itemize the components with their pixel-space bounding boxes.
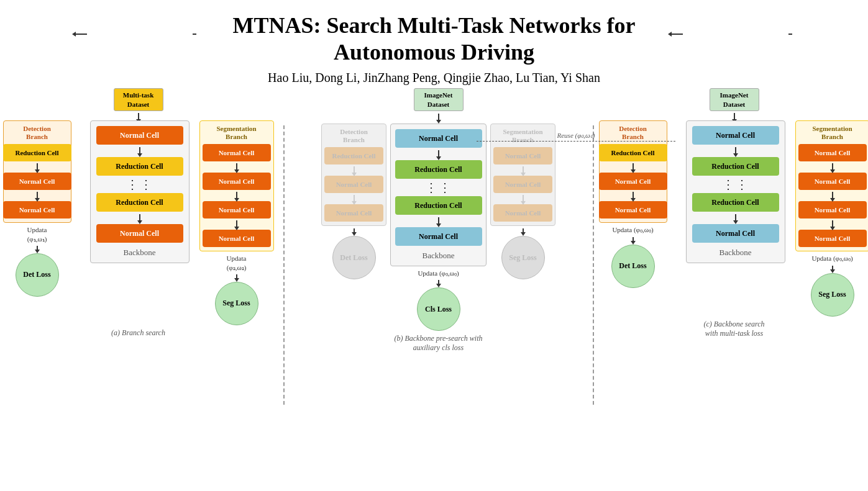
cls-loss-b: Cls Loss — [417, 287, 460, 331]
normal-cell-backbone-a-2: Normal Cell — [96, 224, 183, 243]
det-loss-c: Det Loss — [611, 245, 655, 288]
detection-branch-a: DetectionBranch Reduction Cell Normal Ce… — [3, 120, 71, 297]
backbone-a: Normal Cell Reduction Cell ⋮⋮ Reduction … — [90, 120, 190, 263]
normal-cell-b-1: Normal Cell — [395, 129, 482, 148]
diagram-area: Multi-task Dataset DetectionBranch Reduc… — [12, 88, 856, 405]
reduction-cell-backbone-a-1: Reduction Cell — [96, 157, 183, 176]
reuse-label: Reuse (φ₀,ω₀) — [557, 132, 595, 140]
normal-cell-seg-a-2: Normal Cell — [203, 173, 271, 190]
dataset-label-c: ImageNet Dataset — [710, 88, 759, 111]
arrow-dataset-to-backbone-a — [138, 113, 139, 120]
divider-bc — [593, 125, 594, 405]
reduction-cell-backbone-a-2: Reduction Cell — [96, 193, 183, 212]
divider-ab — [283, 125, 285, 405]
normal-cell-seg-c-1: Normal Cell — [798, 144, 867, 161]
backbone-box-c: Normal Cell Reduction Cell ⋮⋮ Reduction … — [686, 120, 785, 263]
reduction-cell-c-1: Reduction Cell — [692, 157, 779, 176]
detection-branch-title-a: DetectionBranch — [23, 125, 51, 141]
backbone-c: Normal Cell Reduction Cell ⋮⋮ Reduction … — [686, 120, 785, 263]
backbone-label-c: Backbone — [720, 248, 752, 258]
arrow-a — [37, 163, 38, 171]
backbone-label-a: Backbone — [124, 248, 156, 258]
seg-loss-b-left: Seg Loss — [501, 236, 545, 279]
normal-cell-seg-a-4: Normal Cell — [203, 230, 271, 247]
update-det-c: Updata (φ₀,ω₀) — [612, 225, 653, 234]
segmentation-branch-a: SegmentationBranch Normal Cell Normal Ce… — [199, 120, 274, 325]
seg-branch-b-faded: SegmentationBranch Normal Cell Normal Ce… — [490, 124, 555, 279]
section-a: Multi-task Dataset DetectionBranch Reduc… — [0, 88, 281, 338]
section-c: ImageNet Dataset DetectionBranch Reducti… — [596, 88, 869, 338]
backbone-label-b: Backbone — [423, 251, 455, 261]
detection-branch-c: DetectionBranch Reduction Cell Normal Ce… — [599, 120, 667, 288]
backbone-b-active: ImageNet Dataset DetectionBranch Reducti… — [321, 88, 555, 331]
segmentation-branch-c: SegmentationBranch Normal Cell Normal Ce… — [795, 120, 869, 317]
sec-b-row: DetectionBranch Reduction Cell Normal Ce… — [321, 124, 555, 331]
normal-cell-det-a-3: Normal Cell — [3, 201, 71, 218]
main-title: MTNAS: Search Multi-Task Networks for Au… — [12, 12, 856, 66]
update-label-det-a: Updata (φ₁,ω₁) — [27, 225, 47, 243]
det-loss-a: Det Loss — [16, 253, 59, 297]
segmentation-branch-title-a: SegmentationBranch — [216, 125, 256, 141]
arrow-b — [37, 192, 38, 199]
normal-cell-backbone-a-1: Normal Cell — [96, 126, 183, 145]
normal-cell-seg-a-1: Normal Cell — [203, 144, 271, 161]
normal-cell-det-a-2: Normal Cell — [3, 173, 71, 190]
dataset-label-a: Multi-task Dataset — [114, 88, 163, 111]
segmentation-branch-box-a: SegmentationBranch Normal Cell Normal Ce… — [199, 120, 274, 251]
caption-b: (b) Backbone pre-search with auxiliary c… — [290, 334, 588, 353]
reduction-cell-det-c-1: Reduction Cell — [599, 144, 667, 161]
section-c-main-row: DetectionBranch Reduction Cell Normal Ce… — [599, 120, 869, 317]
segmentation-branch-box-c: SegmentationBranch Normal Cell Normal Ce… — [795, 120, 869, 251]
normal-cell-det-c-2: Normal Cell — [599, 201, 667, 218]
update-seg-c: Updata (φ₀,ω₀) — [811, 254, 852, 263]
detection-branch-box-a: DetectionBranch Reduction Cell Normal Ce… — [3, 120, 71, 223]
normal-cell-det-c-1: Normal Cell — [599, 173, 667, 190]
normal-cell-seg-a-3: Normal Cell — [203, 201, 271, 218]
caption-a: (a) Branch search — [0, 328, 278, 338]
reduction-cell-c-2: Reduction Cell — [692, 193, 779, 212]
arrow-backbone-to-det-a — [75, 34, 87, 35]
backbone-box-a: Normal Cell Reduction Cell ⋮⋮ Reduction … — [90, 120, 190, 263]
update-cls-b: Updata (φ₀,ω₀) — [418, 269, 459, 277]
section-a-main-row: DetectionBranch Reduction Cell Normal Ce… — [3, 120, 274, 325]
update-label-seg-a: Updata (φ₂,ω₂) — [227, 254, 247, 272]
seg-loss-a: Seg Loss — [215, 282, 258, 325]
normal-cell-seg-c-3: Normal Cell — [798, 201, 867, 218]
reduction-cell-b-2: Reduction Cell — [395, 196, 482, 215]
authors: Hao Liu, Dong Li, JinZhang Peng, Qingjie… — [12, 71, 856, 85]
reduction-cell-b-1: Reduction Cell — [395, 160, 482, 179]
normal-cell-seg-c-4: Normal Cell — [798, 230, 867, 247]
det-branch-b-faded: DetectionBranch Reduction Cell Normal Ce… — [321, 124, 386, 279]
dataset-label-b: ImageNet Dataset — [414, 88, 464, 111]
reduction-cell-det-a-1: Reduction Cell — [3, 144, 71, 161]
normal-cell-c-1: Normal Cell — [692, 126, 779, 145]
caption-c: (c) Backbone search with multi-task loss — [601, 320, 868, 338]
backbone-box-b: Normal Cell Reduction Cell ⋮⋮ Reduction … — [390, 124, 487, 266]
seg-loss-c: Seg Loss — [811, 273, 854, 317]
arrow-backbone-to-det-c — [670, 34, 683, 35]
detection-branch-box-c: DetectionBranch Reduction Cell Normal Ce… — [599, 120, 667, 223]
det-loss-b: Det Loss — [332, 236, 376, 279]
normal-cell-seg-c-2: Normal Cell — [798, 173, 867, 190]
normal-cell-b-2: Normal Cell — [395, 227, 482, 246]
section-b: ImageNet Dataset DetectionBranch Reducti… — [286, 88, 591, 353]
arrow-det-loss-a — [37, 246, 38, 251]
normal-cell-c-2: Normal Cell — [692, 224, 779, 243]
